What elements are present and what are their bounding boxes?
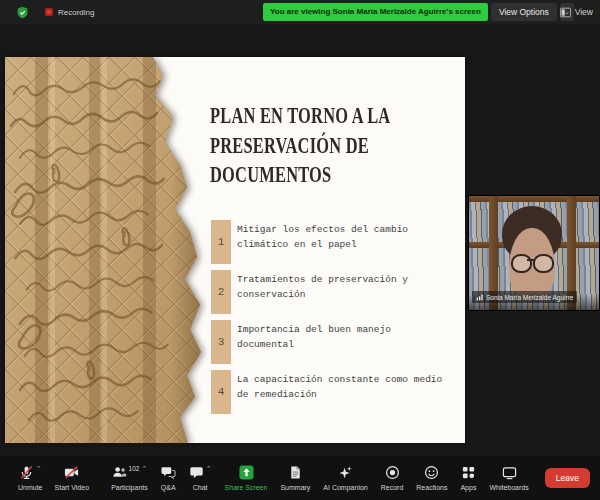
apps-icon: [461, 465, 476, 480]
view-options-label: View Options: [499, 7, 549, 17]
whiteboards-button[interactable]: Whiteboards: [483, 462, 534, 494]
item-text: Mitigar los efectos del cambio climático…: [237, 220, 449, 264]
meeting-top-bar: Recording You are viewing Sonia María Me…: [0, 0, 600, 24]
security-shield-icon[interactable]: [16, 6, 29, 19]
participant-name: Sonia María Merizalde Aguirre: [486, 294, 573, 301]
meeting-toolbar: ⌃ Unmute Start Video: [0, 456, 600, 500]
view-options-button[interactable]: View Options: [491, 3, 557, 21]
zoom-meeting-window: Recording You are viewing Sonia María Me…: [0, 0, 600, 500]
old-manuscript-image: [5, 57, 205, 443]
slide-title: PLAN EN TORNO A LA PRESERVACIÓN DE DOCUM…: [210, 101, 444, 190]
item-number-badge: 3: [211, 320, 231, 364]
participants-icon: [112, 465, 127, 480]
item-text: Importancia del buen manejo documental: [237, 320, 449, 364]
presentation-slide: PLAN EN TORNO A LA PRESERVACIÓN DE DOCUM…: [5, 57, 465, 443]
chevron-up-icon[interactable]: ⌃: [36, 465, 42, 473]
share-screen-button[interactable]: Share Screen: [219, 462, 274, 494]
start-video-button[interactable]: Start Video: [49, 462, 96, 494]
qa-icon: [161, 465, 176, 480]
chat-icon: [189, 465, 204, 480]
signal-bars-icon: [476, 293, 484, 301]
qa-button[interactable]: Q&A: [155, 462, 182, 494]
record-button[interactable]: Record: [375, 462, 410, 494]
summary-icon: [288, 465, 303, 480]
summary-button[interactable]: Summary: [274, 462, 316, 494]
item-text: Tratamientos de preservación y conservac…: [237, 270, 449, 314]
video-muted-icon: [64, 465, 79, 480]
glasses-left-lens: [511, 254, 532, 273]
view-button[interactable]: View: [560, 3, 593, 21]
item-number-badge: 1: [211, 220, 231, 264]
reactions-button[interactable]: Reactions: [410, 462, 453, 494]
view-label: View: [575, 7, 593, 17]
item-number-badge: 4: [211, 370, 231, 414]
recording-dot-icon: [45, 8, 53, 16]
list-item: 3 Importancia del buen manejo documental: [211, 320, 449, 364]
top-bar-center: You are viewing Sonia María Merizalde Ag…: [263, 3, 574, 21]
whiteboards-icon: [502, 465, 517, 480]
list-item: 4 La capacitación constante como medio d…: [211, 370, 449, 414]
parchment-artwork: [5, 57, 205, 443]
leave-button[interactable]: Leave: [545, 468, 590, 488]
participants-count-badge: 102: [129, 465, 140, 473]
glasses-right-lens: [533, 254, 554, 273]
participant-video-tile[interactable]: Sonia María Merizalde Aguirre: [468, 195, 600, 311]
participants-button[interactable]: 102 ⌃ Participants: [105, 462, 154, 494]
list-item: 1 Mitigar los efectos del cambio climáti…: [211, 220, 449, 264]
record-icon: [385, 465, 400, 480]
toolbar-left-group: ⌃ Unmute Start Video: [12, 462, 95, 494]
item-text: La capacitación constante como medio de …: [237, 370, 449, 414]
recording-indicator: Recording: [45, 8, 94, 17]
slide-list: 1 Mitigar los efectos del cambio climáti…: [211, 220, 449, 420]
view-layout-icon: [560, 7, 571, 18]
chat-button[interactable]: ⌃ Chat: [183, 462, 218, 494]
torn-edge-shadow: [171, 57, 205, 443]
glasses-bridge: [527, 259, 535, 261]
chevron-up-icon[interactable]: ⌃: [141, 465, 147, 473]
item-number-badge: 2: [211, 270, 231, 314]
reactions-icon: [424, 465, 439, 480]
apps-button[interactable]: Apps: [454, 462, 482, 494]
toolbar-center-group: 102 ⌃ Participants Q&A: [95, 462, 545, 494]
share-screen-icon: [239, 465, 254, 480]
participant-name-tag: Sonia María Merizalde Aguirre: [472, 291, 577, 303]
chevron-up-icon[interactable]: ⌃: [206, 465, 212, 473]
unmute-button[interactable]: ⌃ Unmute: [12, 462, 49, 494]
ai-companion-icon: [338, 465, 353, 480]
recording-label: Recording: [58, 8, 94, 17]
ai-companion-button[interactable]: AI Companion: [317, 462, 373, 494]
list-item: 2 Tratamientos de preservación y conserv…: [211, 270, 449, 314]
mic-muted-icon: [19, 465, 34, 480]
viewing-screen-banner: You are viewing Sonia María Merizalde Ag…: [263, 3, 488, 21]
top-bar-left: Recording: [16, 0, 94, 24]
shared-screen-stage: PLAN EN TORNO A LA PRESERVACIÓN DE DOCUM…: [0, 24, 600, 456]
